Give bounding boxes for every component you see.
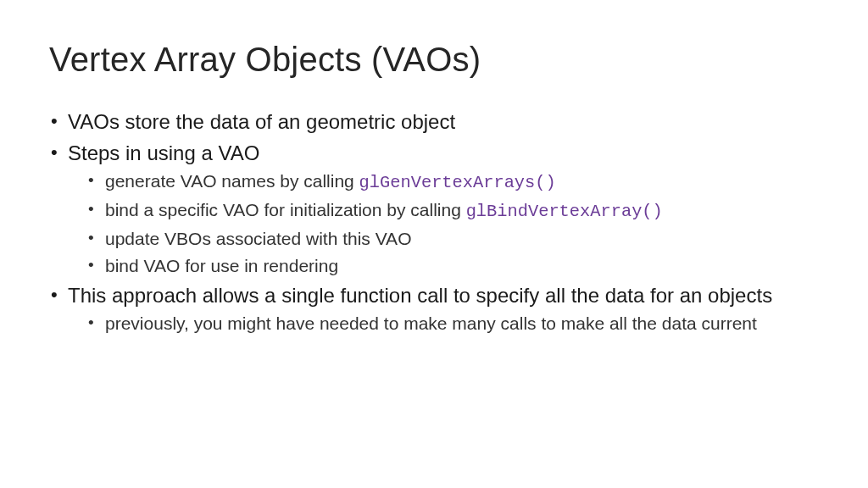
sub-bullet-text: previously, you might have needed to mak… (105, 313, 757, 333)
bullet-text: This approach allows a single function c… (68, 284, 772, 307)
code-span: glBindVertexArray() (466, 202, 663, 221)
sub-bullet-item: previously, you might have needed to mak… (86, 312, 819, 336)
bullet-item: Steps in using a VAO generate VAO names … (49, 141, 819, 278)
sub-bullet-item: bind a specific VAO for initialization b… (86, 198, 819, 224)
code-span: glGenVertexArrays() (359, 173, 556, 192)
sub-bullet-list: previously, you might have needed to mak… (68, 312, 819, 336)
bullet-text: VAOs store the data of an geometric obje… (68, 110, 455, 133)
bullet-item: This approach allows a single function c… (49, 283, 819, 336)
sub-bullet-text: generate VAO names by calling (105, 171, 359, 191)
sub-bullet-item: update VBOs associated with this VAO (86, 227, 819, 251)
sub-bullet-text: bind a specific VAO for initialization b… (105, 200, 466, 219)
sub-bullet-item: generate VAO names by calling glGenVerte… (86, 169, 819, 195)
bullet-list: VAOs store the data of an geometric obje… (49, 109, 819, 336)
bullet-item: VAOs store the data of an geometric obje… (49, 109, 819, 136)
sub-bullet-text: update VBOs associated with this VAO (105, 229, 411, 248)
sub-bullet-item: bind VAO for use in rendering (86, 254, 819, 278)
sub-bullet-list: generate VAO names by calling glGenVerte… (68, 169, 819, 277)
bullet-text: Steps in using a VAO (68, 141, 259, 164)
sub-bullet-text: bind VAO for use in rendering (105, 256, 338, 275)
slide-title: Vertex Array Objects (VAOs) (49, 41, 819, 79)
